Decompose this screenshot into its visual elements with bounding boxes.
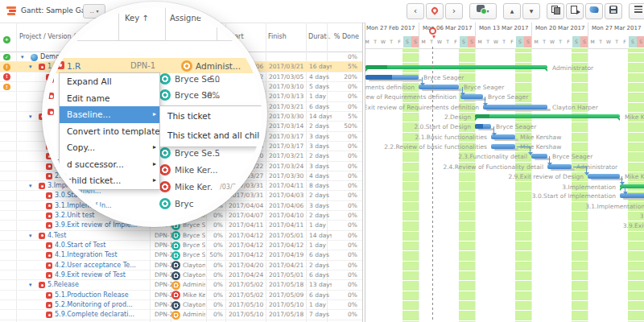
task-bar[interactable] <box>365 75 419 80</box>
move-up-icon: ▲ <box>510 4 514 19</box>
prev-period-button[interactable]: ‹ <box>407 3 424 19</box>
table-row[interactable]: 4.9.Exit review of TestDPN-22Clayton H..… <box>0 270 362 280</box>
finish-date: 2017/03/21 <box>269 62 304 72</box>
column-header-done[interactable]: % Done <box>328 23 359 52</box>
finish-date: 2017/03/14 <box>269 122 304 131</box>
collapse-caret-icon[interactable]: ▾ <box>29 280 32 290</box>
table-row[interactable]: 4.0.Start of TestDPN-19Bryce Se...0%2017… <box>0 241 362 250</box>
submenu-arrow-icon: ▸ <box>153 106 156 123</box>
day-letter: M <box>476 36 484 47</box>
bar-task-label: 3.0.Start of Implementation <box>451 192 616 200</box>
lens-assignee-header: Assigne <box>170 14 201 23</box>
menu-item[interactable]: Edit name <box>60 90 159 107</box>
finish-date: 2017/04/03 <box>269 191 304 200</box>
day-letter: T <box>597 36 605 47</box>
menu-item[interactable]: child ticket...▸ <box>60 172 159 189</box>
copy-button[interactable] <box>547 3 564 19</box>
table-row[interactable]: 5.2.Monitoring of prod...DPN-25Clayton H… <box>0 300 362 310</box>
dependency-line <box>422 77 423 83</box>
move-down-button[interactable]: ▼ <box>522 3 540 19</box>
critical-path-button[interactable] <box>585 3 603 19</box>
task-bar[interactable] <box>491 144 515 149</box>
dependency-line <box>493 126 494 132</box>
table-row[interactable]: 4.2.User acceptance Te...DPN-21Clayton H… <box>0 261 362 270</box>
table-row[interactable]: 5.1.Production ReleaseDPN-24Mike Ker...0… <box>0 291 362 300</box>
collapse-caret-icon[interactable]: ▾ <box>29 231 32 241</box>
status-warning-icon: ! <box>3 73 10 80</box>
done-percent: 0% <box>328 102 357 112</box>
menu-item[interactable]: d successor...▸ <box>60 156 159 173</box>
avatar <box>171 311 180 320</box>
ticket-type-icon <box>46 262 52 269</box>
day-letter: F <box>395 36 403 47</box>
ticket-name[interactable]: 4.9.Exit review of Test <box>55 270 148 280</box>
task-bar[interactable] <box>483 105 547 109</box>
today-pin-button[interactable] <box>426 3 444 19</box>
collapse-caret-icon[interactable]: ▾ <box>29 62 32 72</box>
column-header-finish[interactable]: Finish <box>268 23 303 52</box>
next-period-button[interactable]: › <box>445 3 463 19</box>
done-percent: 0% <box>328 52 357 62</box>
gantt-logo-icon <box>6 6 17 15</box>
task-bar[interactable] <box>419 85 459 89</box>
table-row[interactable]: ▾5.ReleaseDPN-23Administ...0%2017/05/022… <box>0 280 362 290</box>
menu-item[interactable]: Expand All <box>60 73 159 90</box>
dependency-arrow-icon <box>620 182 625 185</box>
menu-item[interactable]: Copy...▸ <box>60 139 159 156</box>
splitter-line-1[interactable] <box>362 23 363 322</box>
lens-key-header: Key ↑ <box>125 14 149 23</box>
collapse-caret-icon[interactable]: ▾ <box>29 181 32 191</box>
finish-date: 2017/05/10 <box>269 300 304 310</box>
ticket-type-icon <box>39 64 45 70</box>
row-line <box>365 270 644 271</box>
row-line <box>365 261 644 262</box>
avatar <box>159 89 171 101</box>
paste-button[interactable] <box>566 3 584 19</box>
table-row[interactable]: ▾4.TestDPN-18Bryce Se...0%2017/04/122017… <box>0 231 362 241</box>
ticket-name[interactable]: 4.Test <box>47 231 148 241</box>
row-line <box>365 102 644 103</box>
splitter-line-2[interactable] <box>365 23 365 322</box>
save-button[interactable] <box>605 3 622 19</box>
summary-bar[interactable] <box>365 65 547 69</box>
ticket-name[interactable]: 5.1.Production Release <box>55 291 148 300</box>
add-ticket-dropdown-button[interactable]: ▾ <box>469 3 497 19</box>
collapse-caret-icon[interactable]: ▾ <box>21 52 24 62</box>
submenu-arrow-icon: ▸ <box>153 172 156 189</box>
menu-item[interactable]: Convert into template <box>60 123 159 140</box>
submenu-item[interactable]: This ticket and all child tick <box>160 126 262 145</box>
week-label: Mon 13 Mar 2017 <box>479 25 528 31</box>
collapse-caret-icon[interactable]: ▾ <box>29 112 32 122</box>
summary-bar[interactable] <box>475 114 620 118</box>
move-up-button[interactable]: ▲ <box>503 3 521 19</box>
ticket-type-icon <box>46 252 52 258</box>
day-letter: M <box>532 36 540 47</box>
bar-assignee-label: Bryce Seager <box>423 74 464 81</box>
ticket-type-icon <box>47 109 54 115</box>
finish-date: 2017/05/18 <box>269 310 304 320</box>
ticket-name[interactable]: 5.Release <box>47 280 148 290</box>
table-row[interactable]: 5.9.Complete declarati...DPN-26Administ.… <box>0 310 362 320</box>
ticket-name[interactable]: 4.1.Integration Test <box>55 250 148 260</box>
menu-item[interactable]: Baseline...▸ <box>60 106 159 123</box>
view-menu-button[interactable]: ▾ <box>629 3 644 19</box>
ticket-key: DPN-1 <box>130 61 155 70</box>
ticket-name[interactable]: 5.9.Complete declarati... <box>55 310 148 320</box>
task-bar[interactable] <box>588 174 620 179</box>
submenu-item[interactable]: This ticket <box>160 106 262 126</box>
done-percent: 0% <box>328 291 357 300</box>
ticket-type-icon <box>46 272 52 279</box>
ticket-name[interactable]: 4.2.User acceptance Te... <box>55 261 148 270</box>
progress-value: 0% <box>201 310 223 320</box>
today-pin-icon[interactable] <box>429 27 436 35</box>
avatar <box>159 164 171 175</box>
bar-progress <box>475 124 483 129</box>
move-down-icon: ▼ <box>530 4 534 19</box>
task-bar[interactable] <box>475 124 491 129</box>
table-row[interactable]: 4.1.Integration TestDPN-20Bryce Se...50%… <box>0 250 362 260</box>
task-bar[interactable] <box>531 154 547 159</box>
ticket-name[interactable]: 4.0.Start of Test <box>55 241 148 250</box>
bar-task-label: 1.2.Review of Requirements definition <box>365 93 456 101</box>
ticket-name[interactable]: 5.2.Monitoring of prod... <box>55 300 148 310</box>
done-percent: 0% <box>328 132 357 142</box>
